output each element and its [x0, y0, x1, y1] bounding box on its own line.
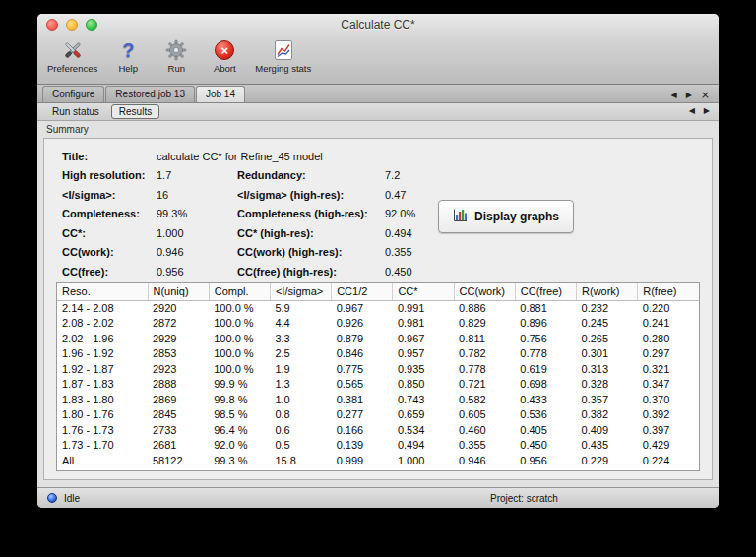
- table-cell: 0.946: [454, 453, 515, 468]
- results-column-header[interactable]: Compl.: [209, 283, 270, 300]
- table-cell: 0.991: [393, 300, 454, 316]
- table-cell: 0.397: [638, 422, 699, 438]
- table-cell: 0.232: [577, 300, 638, 316]
- table-cell: 2869: [148, 392, 209, 407]
- tab-controls: ◀ ▶ ×: [670, 91, 719, 102]
- summary-label: <I/sigma> (high-res):: [237, 189, 385, 201]
- summary-label: CC(work) (high-res):: [237, 246, 385, 258]
- results-column-header[interactable]: CC(work): [454, 283, 515, 300]
- table-row[interactable]: 1.73 - 1.70268192.0 %0.50.1390.4940.3550…: [57, 438, 699, 454]
- tab-configure[interactable]: Configure: [42, 86, 104, 102]
- table-cell: 0.381: [332, 392, 393, 407]
- summary-value: calculate CC* for Refine_45 model: [157, 151, 237, 162]
- minimize-button[interactable]: [66, 19, 78, 31]
- table-cell: 0.879: [332, 331, 393, 346]
- summary-value: 0.946: [157, 246, 237, 258]
- toolbar-button-help[interactable]: ? Help: [110, 37, 146, 74]
- summary-value: 0.47: [385, 189, 712, 201]
- results-column-header[interactable]: R(free): [638, 283, 699, 300]
- table-cell: 0.429: [638, 438, 699, 454]
- summary-value: 1.7: [157, 169, 237, 181]
- results-column-header[interactable]: CC1/2: [332, 283, 393, 300]
- summary-value: 7.2: [385, 169, 712, 181]
- table-cell: 0.241: [638, 316, 699, 332]
- table-row[interactable]: 2.08 - 2.022872100.0 %4.40.9260.9810.829…: [57, 316, 699, 332]
- tab-job-14[interactable]: Job 14: [196, 86, 245, 102]
- project-label: Project: scratch: [490, 493, 558, 504]
- table-cell: 0.301: [577, 346, 638, 362]
- subtab-run-status[interactable]: Run status: [45, 105, 106, 118]
- results-column-header[interactable]: Reso.: [57, 283, 148, 300]
- toolbar-button-run[interactable]: Run: [158, 37, 194, 74]
- tab-scroll-left-icon[interactable]: ◀: [670, 91, 676, 99]
- table-row[interactable]: 1.76 - 1.73273396.4 %0.60.1660.5340.4600…: [57, 422, 699, 438]
- table-cell: 0.565: [332, 377, 393, 393]
- results-column-header[interactable]: R(work): [577, 283, 638, 300]
- summary-label: CC(free) (high-res):: [237, 266, 385, 278]
- summary-value: 0.355: [385, 246, 712, 258]
- table-cell: 99.8 %: [209, 392, 270, 407]
- tab-scroll-right-icon[interactable]: ▶: [686, 91, 692, 99]
- summary-label: CC*:: [62, 227, 157, 239]
- table-cell: 0.357: [577, 392, 638, 407]
- table-cell: 0.846: [332, 346, 393, 362]
- table-row[interactable]: 1.80 - 1.76284598.5 %0.80.2770.6590.6050…: [57, 407, 699, 423]
- table-cell: 0.321: [638, 361, 699, 377]
- table-cell: 0.778: [454, 361, 515, 377]
- table-cell: 3.3: [270, 331, 331, 346]
- table-cell: 2888: [148, 377, 209, 393]
- toolbar-label: Run: [168, 63, 185, 74]
- display-graphs-button[interactable]: Display graphs: [438, 200, 574, 233]
- table-cell: 0.721: [454, 377, 515, 393]
- table-row[interactable]: All5812299.3 %15.80.9991.0000.9460.9560.…: [57, 453, 699, 468]
- table-cell: 0.139: [332, 438, 393, 454]
- results-column-header[interactable]: CC(free): [515, 283, 576, 300]
- table-cell: 0.450: [515, 438, 576, 454]
- result-subtabbar: Run status Results ◀ ▶: [37, 103, 719, 121]
- table-cell: 15.8: [270, 453, 331, 468]
- status-text: Idle: [64, 493, 80, 504]
- results-column-header[interactable]: CC*: [393, 283, 454, 300]
- table-cell: 2853: [148, 346, 209, 362]
- table-cell: 2.5: [270, 346, 331, 362]
- toolbar-button-preferences[interactable]: Preferences: [47, 37, 97, 74]
- table-cell: 0.896: [515, 316, 576, 332]
- toolbar: Preferences ? Help: [37, 35, 719, 84]
- toolbar-button-abort[interactable]: × Abort: [207, 37, 242, 74]
- titlebar[interactable]: Calculate CC*: [37, 14, 719, 35]
- subtab-scroll-right-icon[interactable]: ▶: [704, 106, 710, 115]
- results-table-body: 2.14 - 2.082920100.0 %5.90.9670.9910.886…: [57, 300, 699, 468]
- table-row[interactable]: 2.02 - 1.962929100.0 %3.30.8790.9670.811…: [57, 331, 699, 346]
- table-cell: 0.220: [638, 300, 699, 316]
- table-cell: 0.409: [577, 422, 638, 438]
- table-row[interactable]: 1.96 - 1.922853100.0 %2.50.8460.9570.782…: [57, 346, 699, 362]
- table-row[interactable]: 1.83 - 1.80286999.8 %1.00.3810.7430.5820…: [57, 392, 699, 407]
- table-cell: 1.3: [270, 377, 331, 393]
- tab-close-icon[interactable]: ×: [701, 92, 710, 99]
- job-tabbar: Configure Restored job 13 Job 14 ◀ ▶ ×: [37, 85, 719, 103]
- table-cell: 1.87 - 1.83: [57, 377, 148, 393]
- subtab-scroll-left-icon[interactable]: ◀: [689, 106, 695, 115]
- results-table: Reso.N(uniq)Compl.<I/sigma>CC1/2CC*CC(wo…: [57, 283, 699, 468]
- close-button[interactable]: [46, 19, 58, 31]
- results-table-scroll-area[interactable]: Reso.N(uniq)Compl.<I/sigma>CC1/2CC*CC(wo…: [56, 282, 700, 471]
- table-row[interactable]: 1.92 - 1.872923100.0 %1.90.7750.9350.778…: [57, 361, 699, 377]
- table-cell: 0.743: [393, 392, 454, 407]
- table-row[interactable]: 2.14 - 2.082920100.0 %5.90.9670.9910.886…: [57, 300, 699, 316]
- results-column-header[interactable]: <I/sigma>: [270, 283, 331, 300]
- table-cell: 0.605: [454, 407, 515, 423]
- results-column-header[interactable]: N(uniq): [148, 283, 209, 300]
- table-row[interactable]: 1.87 - 1.83288899.9 %1.30.5650.8500.7210…: [57, 377, 699, 393]
- results-panel: Title:calculate CC* for Refine_45 modelH…: [43, 138, 713, 480]
- zoom-button[interactable]: [86, 19, 97, 31]
- toolbar-label: Abort: [214, 63, 236, 74]
- summary-label: Redundancy:: [237, 169, 385, 181]
- table-cell: 2923: [148, 361, 209, 377]
- table-cell: 2.14 - 2.08: [57, 300, 148, 316]
- subtab-results[interactable]: Results: [111, 104, 159, 119]
- tab-restored-job-13[interactable]: Restored job 13: [105, 86, 195, 102]
- toolbar-button-merging-stats[interactable]: Merging stats: [255, 37, 311, 74]
- table-cell: 0.778: [515, 346, 576, 362]
- table-cell: 98.5 %: [209, 407, 270, 423]
- table-cell: 0.956: [515, 453, 576, 468]
